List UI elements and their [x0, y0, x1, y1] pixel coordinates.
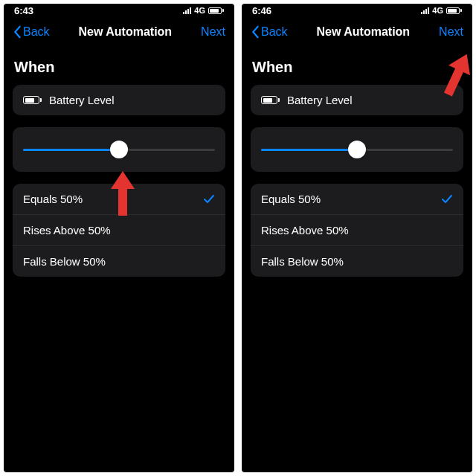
slider-thumb[interactable]	[348, 141, 366, 158]
status-right: 4G	[421, 6, 462, 15]
option-label: Equals 50%	[261, 193, 321, 205]
screenshot-right: 6:46 4G Back New Automation Next When Ba…	[242, 4, 472, 472]
option-label: Falls Below 50%	[261, 255, 344, 268]
nav-bar: Back New Automation Next	[242, 16, 472, 48]
slider-fill	[23, 149, 119, 151]
back-label: Back	[23, 25, 50, 39]
option-falls-below[interactable]: Falls Below 50%	[251, 245, 463, 277]
page-title: New Automation	[79, 25, 173, 39]
next-button[interactable]: Next	[439, 25, 463, 39]
trigger-label: Battery Level	[49, 94, 115, 106]
battery-icon	[261, 96, 280, 104]
status-time: 6:43	[14, 5, 33, 16]
chevron-left-icon	[251, 25, 260, 39]
options-list: Equals 50% Rises Above 50% Falls Below 5…	[251, 184, 463, 277]
back-button[interactable]: Back	[251, 25, 288, 39]
chevron-left-icon	[13, 25, 22, 39]
option-label: Rises Above 50%	[23, 224, 111, 237]
slider-thumb[interactable]	[110, 141, 128, 158]
page-title: New Automation	[317, 25, 411, 39]
option-label: Rises Above 50%	[261, 224, 349, 237]
options-list: Equals 50% Rises Above 50% Falls Below 5…	[13, 184, 225, 277]
battery-status-icon	[208, 7, 224, 14]
option-label: Equals 50%	[23, 193, 83, 205]
back-button[interactable]: Back	[13, 25, 50, 39]
next-button[interactable]: Next	[201, 25, 225, 39]
option-rises-above[interactable]: Rises Above 50%	[13, 214, 225, 245]
checkmark-icon	[203, 193, 215, 205]
trigger-row[interactable]: Battery Level	[13, 85, 225, 115]
screenshot-left: 6:43 4G Back New Automation Next When Ba…	[4, 4, 234, 472]
trigger-label: Battery Level	[287, 94, 353, 106]
content-area: When Battery Level Equals 50% Rises Abov…	[242, 48, 472, 283]
option-equals[interactable]: Equals 50%	[251, 184, 463, 214]
slider-fill	[261, 149, 357, 151]
section-heading: When	[14, 59, 224, 76]
option-rises-above[interactable]: Rises Above 50%	[251, 214, 463, 245]
option-falls-below[interactable]: Falls Below 50%	[13, 245, 225, 277]
status-time: 6:46	[252, 5, 271, 16]
nav-bar: Back New Automation Next	[4, 16, 234, 48]
signal-icon	[183, 7, 191, 14]
back-label: Back	[261, 25, 288, 39]
battery-status-icon	[446, 7, 462, 14]
status-right: 4G	[183, 6, 224, 15]
status-bar: 6:46 4G	[242, 4, 472, 16]
content-area: When Battery Level Equals 50% Rises Abov…	[4, 48, 234, 283]
checkmark-icon	[441, 193, 453, 205]
slider-card	[251, 127, 463, 172]
battery-slider[interactable]	[261, 141, 453, 158]
section-heading: When	[252, 59, 462, 76]
battery-icon	[23, 96, 42, 104]
option-label: Falls Below 50%	[23, 255, 106, 268]
trigger-row[interactable]: Battery Level	[251, 85, 463, 115]
battery-slider[interactable]	[23, 141, 215, 158]
option-equals[interactable]: Equals 50%	[13, 184, 225, 214]
slider-card	[13, 127, 225, 172]
network-label: 4G	[194, 6, 205, 15]
status-bar: 6:43 4G	[4, 4, 234, 16]
network-label: 4G	[432, 6, 443, 15]
signal-icon	[421, 7, 429, 14]
